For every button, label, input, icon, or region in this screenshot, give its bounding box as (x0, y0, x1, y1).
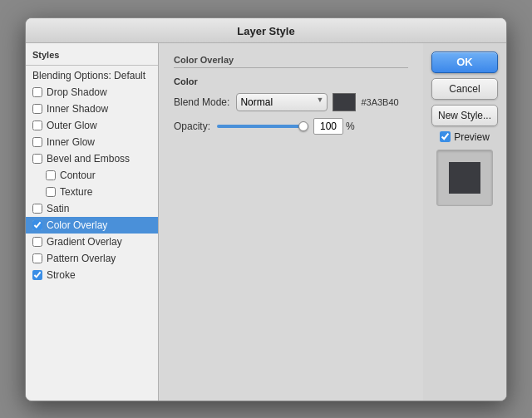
sidebar-item-bevel-emboss[interactable]: Bevel and Emboss (26, 150, 158, 167)
sidebar-label-satin: Satin (47, 203, 69, 214)
checkbox-gradient-overlay[interactable] (32, 237, 42, 247)
sidebar-label-inner-shadow: Inner Shadow (47, 103, 108, 115)
sidebar-item-stroke[interactable]: Stroke (26, 267, 158, 283)
color-hex-value: #3A3B40 (361, 97, 398, 107)
sidebar-label-color-overlay: Color Overlay (47, 219, 107, 231)
cancel-button[interactable]: Cancel (431, 78, 498, 100)
checkbox-pattern-overlay[interactable] (32, 253, 42, 263)
sidebar-item-pattern-overlay[interactable]: Pattern Overlay (26, 250, 158, 267)
checkbox-inner-shadow[interactable] (32, 104, 42, 114)
preview-box (436, 150, 493, 206)
new-style-button[interactable]: New Style... (431, 105, 498, 126)
sidebar-item-blending-options[interactable]: Blending Options: Default (26, 67, 158, 84)
dialog-title: Layer Style (26, 18, 506, 43)
color-swatch[interactable] (332, 93, 356, 111)
sidebar-item-texture[interactable]: Texture (26, 184, 158, 200)
checkbox-inner-glow[interactable] (32, 137, 42, 147)
section-title: Color Overlay (174, 55, 408, 68)
sidebar-label-pattern-overlay: Pattern Overlay (47, 253, 116, 264)
checkbox-contour[interactable] (46, 170, 56, 180)
percent-label: % (346, 120, 355, 132)
sidebar-label-blending-options: Blending Options: Default (32, 70, 145, 81)
sidebar-header: Styles (26, 47, 158, 66)
checkbox-texture[interactable] (46, 187, 56, 197)
sidebar-label-gradient-overlay: Gradient Overlay (47, 236, 122, 248)
checkbox-outer-glow[interactable] (32, 120, 42, 130)
preview-inner (449, 162, 480, 194)
sidebar-label-stroke: Stroke (47, 269, 76, 281)
sidebar-label-drop-shadow: Drop Shadow (47, 86, 107, 98)
sidebar-label-contour: Contour (60, 170, 96, 181)
ok-button[interactable]: OK (431, 52, 498, 73)
blend-mode-row: Blend Mode: Normal Dissolve Multiply Scr… (174, 93, 408, 111)
opacity-input[interactable]: 100 (313, 118, 343, 135)
main-content: Color Overlay Color Blend Mode: Normal D… (159, 43, 423, 401)
preview-label-row: Preview (440, 131, 490, 143)
dialog-body: Styles Blending Options: Default Drop Sh… (26, 43, 506, 401)
opacity-row: Opacity: 100 % (174, 118, 408, 135)
checkbox-color-overlay[interactable] (32, 220, 42, 230)
sidebar-label-bevel-emboss: Bevel and Emboss (47, 153, 130, 165)
blend-mode-select[interactable]: Normal Dissolve Multiply Screen Overlay … (236, 93, 328, 111)
blend-mode-label: Blend Mode: (174, 96, 229, 108)
sidebar-item-outer-glow[interactable]: Outer Glow (26, 117, 158, 134)
sidebar-item-gradient-overlay[interactable]: Gradient Overlay (26, 234, 158, 250)
sidebar-item-inner-glow[interactable]: Inner Glow (26, 134, 158, 150)
opacity-slider[interactable] (217, 125, 308, 128)
layer-style-dialog: Layer Style Styles Blending Options: Def… (25, 17, 507, 401)
right-panel: OK Cancel New Style... Preview (423, 43, 506, 401)
sidebar-item-contour[interactable]: Contour (26, 167, 158, 184)
sidebar-item-color-overlay[interactable]: Color Overlay (26, 217, 158, 234)
preview-label-text: Preview (454, 131, 490, 143)
checkbox-stroke[interactable] (32, 270, 42, 280)
sub-section-title: Color (174, 76, 408, 86)
sidebar-label-inner-glow: Inner Glow (47, 136, 95, 148)
opacity-label: Opacity: (174, 120, 210, 132)
sidebar-item-inner-shadow[interactable]: Inner Shadow (26, 101, 158, 117)
checkbox-bevel-emboss[interactable] (32, 154, 42, 164)
checkbox-drop-shadow[interactable] (32, 87, 42, 97)
blend-mode-wrapper: Normal Dissolve Multiply Screen Overlay … (236, 93, 328, 111)
sidebar-label-texture: Texture (60, 186, 92, 198)
sidebar-label-outer-glow: Outer Glow (47, 120, 97, 131)
sidebar: Styles Blending Options: Default Drop Sh… (26, 43, 159, 401)
preview-checkbox[interactable] (440, 131, 451, 142)
sidebar-item-satin[interactable]: Satin (26, 200, 158, 217)
checkbox-satin[interactable] (32, 204, 42, 214)
sidebar-item-drop-shadow[interactable]: Drop Shadow (26, 84, 158, 101)
